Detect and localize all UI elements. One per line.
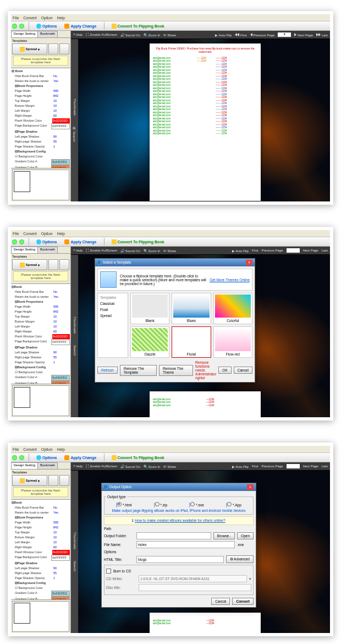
get-more-themes-link[interactable]: Get More Themes Online: [210, 278, 250, 282]
toolbar: Options Apply Change Convert To Flipping…: [11, 21, 330, 31]
last-page-button[interactable]: Last: [316, 33, 328, 37]
output-option-dialog: 📘 Output Option× Output type *.html *.zi…: [101, 483, 256, 608]
dialog-title: 📘 Select a Template: [97, 260, 131, 265]
apply-icon: [64, 24, 69, 29]
menu-file[interactable]: File: [13, 16, 19, 20]
app-window-output-dialog: FileConvertOptionHelp Options Apply Chan…: [8, 443, 333, 636]
cancel-button[interactable]: Cancel: [211, 598, 230, 605]
template-info-icon: [100, 271, 117, 288]
mobile-note: Make output page-flipping eBook works on…: [106, 509, 251, 512]
bubble-icon: [36, 24, 41, 29]
template-category-list[interactable]: Templates Classical Float Spread: [97, 293, 128, 358]
admin-warning: Remove functions needs Administrator rig…: [195, 361, 216, 380]
menubar: File Convert Option Help: [11, 14, 330, 21]
nav-back-icon[interactable]: [12, 24, 17, 29]
remove-theme-button[interactable]: Remove The Theme: [159, 365, 193, 376]
template-card-colorful[interactable]: Colorful: [213, 293, 252, 324]
book-icon: [20, 47, 25, 52]
next-page-button[interactable]: Next Page: [294, 33, 313, 37]
zoom-button[interactable]: 🔍 Zoom In: [144, 33, 161, 37]
select-template-dialog: 📘 Select a Template× Choose a flipbook t…: [95, 258, 255, 383]
tab-design-setting[interactable]: Design Setting: [11, 31, 38, 37]
ok-button[interactable]: OK: [218, 367, 231, 374]
disc-title-input[interactable]: [139, 584, 251, 591]
templates-label: Templates: [12, 39, 69, 42]
template-card-flowred[interactable]: Flow-red: [213, 326, 252, 358]
preview-thumbnail: [12, 170, 69, 200]
template-card-floral[interactable]: Floral: [172, 326, 211, 358]
preview-side-tabs: Thumbnails 🔍 Search: [71, 39, 78, 201]
nav-fwd-icon[interactable]: [19, 24, 24, 29]
radio-exe[interactable]: [190, 502, 195, 506]
howto-link[interactable]: How to make created eBooks available for…: [135, 519, 225, 522]
tab-bookmark[interactable]: Bookmark: [37, 31, 58, 37]
cd-writer-select[interactable]: 1:0:0,E: HL-DT-ST DVD-ROM DH40N A101: [139, 575, 247, 582]
advanced-button[interactable]: ⚙ Advanced: [226, 555, 254, 563]
demo-watermark: Flip Book Printer DEMO: Purchase from ww…: [153, 47, 257, 53]
close-icon[interactable]: ×: [247, 484, 254, 490]
page-number-input[interactable]: 4: [278, 32, 291, 37]
book-icon: [112, 24, 117, 29]
customize-hint: Please customize the flash template here: [13, 56, 68, 66]
template-card-blues[interactable]: Blues: [172, 293, 211, 324]
file-name-input[interactable]: index: [136, 541, 235, 548]
preview-toolbar: ? Help ⛶ Enable FullScreen 🔊 Sound On 🔍 …: [71, 31, 330, 39]
convert-button[interactable]: Convert To Flipping Book: [109, 22, 167, 30]
cancel-button[interactable]: Cancel: [234, 367, 252, 374]
app-window-template-dialog: FileConvertOptionHelp Options Apply Chan…: [8, 227, 333, 421]
convert-button[interactable]: Convert: [232, 598, 254, 605]
flipbook-page[interactable]: Flip Book Printer DEMO: Purchase from ww…: [150, 43, 261, 201]
menu-help[interactable]: Help: [57, 16, 64, 20]
preview-stage: ? Help ⛶ Enable FullScreen 🔊 Sound On 🔍 …: [71, 31, 330, 201]
options-button[interactable]: Options: [34, 22, 59, 30]
search-tab[interactable]: 🔍 Search: [73, 127, 76, 142]
autoflip-button[interactable]: ▶ Auto Flip: [215, 33, 232, 37]
close-icon[interactable]: ×: [246, 260, 252, 265]
open-button[interactable]: Open: [237, 532, 254, 539]
sound-button[interactable]: 🔊 Sound On: [120, 33, 140, 37]
burn-cd-checkbox[interactable]: [106, 569, 111, 574]
menu-convert[interactable]: Convert: [23, 16, 37, 20]
spread-template-button[interactable]: Spread▾: [12, 43, 47, 54]
first-page-button[interactable]: First: [235, 33, 246, 37]
property-tree[interactable]: ⊟ Book Hide Book Frame BarNo Retain the …: [11, 68, 70, 168]
prev-page-button[interactable]: Previous Page: [250, 33, 275, 37]
output-folder-input[interactable]: [136, 532, 211, 539]
apply-change-button[interactable]: Apply Change: [62, 22, 99, 30]
info-icon: ℹ: [132, 519, 134, 522]
browse-button[interactable]: Browse..: [213, 532, 235, 539]
radio-zip[interactable]: [155, 502, 160, 506]
help-button[interactable]: ? Help: [73, 33, 82, 36]
refresh-button[interactable]: Refresh: [97, 367, 118, 374]
sidebar: Design Setting Bookmark Templates Spread…: [11, 31, 71, 201]
template-import-button[interactable]: [48, 43, 58, 54]
radio-app[interactable]: [227, 502, 232, 506]
fullscreen-button[interactable]: ⛶ Enable FullScreen: [86, 33, 117, 36]
template-card-dazzle[interactable]: Dazzle: [130, 326, 169, 358]
menu-option[interactable]: Option: [41, 16, 53, 20]
thumbnails-tab[interactable]: Thumbnails: [73, 99, 76, 116]
template-hint: Choose a flipbook template here. (Double…: [120, 274, 206, 286]
share-button[interactable]: ✉ Share: [163, 33, 176, 37]
app-window-main: File Convert Option Help Options Apply C…: [8, 11, 333, 205]
template-export-button[interactable]: [59, 43, 69, 54]
html-title-input[interactable]: blogs: [136, 556, 224, 563]
template-card-blank[interactable]: Blank: [130, 293, 169, 324]
radio-html[interactable]: [117, 502, 122, 506]
remove-template-button[interactable]: Remove The Template: [120, 365, 157, 376]
output-type-label: Output type: [106, 495, 127, 499]
